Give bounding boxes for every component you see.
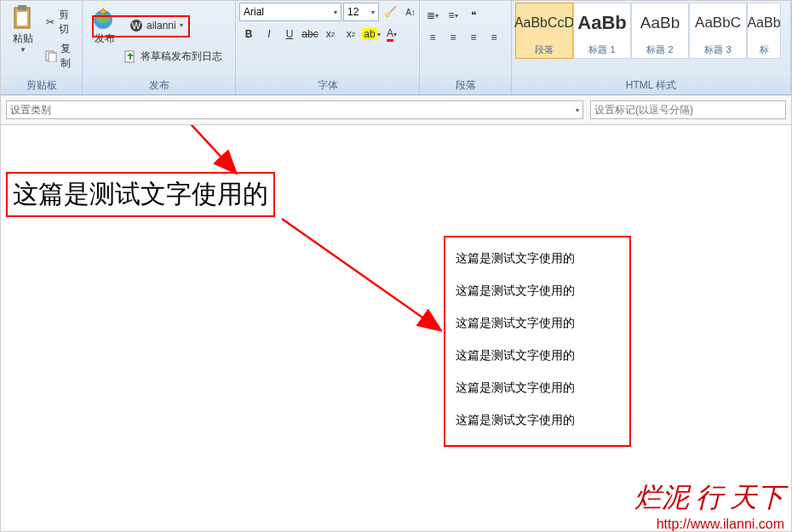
align-left-button[interactable]: ≡ — [423, 28, 442, 47]
list-item: 这篇是测试文字使用的 — [456, 275, 619, 307]
bullets-button[interactable]: ≣▾ — [423, 6, 442, 25]
svg-line-10 — [282, 219, 439, 329]
dropdown-icon: ▾ — [334, 9, 337, 16]
paste-icon — [9, 4, 37, 31]
list-item: 这篇是测试文字使用的 — [456, 404, 619, 437]
superscript-button[interactable]: x2 — [341, 25, 360, 43]
clear-format-button[interactable]: 🧹 — [381, 3, 399, 21]
document-area[interactable]: 这篇是测试文字使用的 这篇是测试文字使用的 这篇是测试文字使用的 这篇是测试文字… — [1, 125, 791, 532]
ribbon: 粘贴 ▼ ✂剪切 复制 剪贴板 发布 W ailanni ▾ — [1, 1, 791, 95]
group-styles-label: HTML 样式 — [512, 77, 790, 94]
font-family-select[interactable]: Arial▾ — [239, 3, 341, 21]
list-item: 这篇是测试文字使用的 — [456, 372, 619, 404]
copy-icon — [45, 49, 57, 63]
svg-rect-2 — [17, 12, 27, 26]
align-left-icon: ≡ — [429, 31, 435, 43]
list-item: 这篇是测试文字使用的 — [456, 340, 619, 372]
draft-icon — [123, 50, 137, 64]
eraser-icon: 🧹 — [384, 6, 397, 18]
align-justify-button[interactable]: ≡ — [485, 28, 503, 47]
bold-button[interactable]: B — [239, 25, 258, 43]
metadata-bar: 设置类别▾ — [1, 95, 791, 125]
text-direction-icon: A↕ — [405, 8, 416, 17]
underline-button[interactable]: U — [280, 25, 299, 43]
font-size-select[interactable]: 12▾ — [343, 3, 379, 21]
list-item: 这篇是测试文字使用的 — [456, 243, 619, 275]
group-paragraph-label: 段落 — [420, 77, 511, 94]
svg-rect-4 — [49, 53, 56, 62]
align-right-button[interactable]: ≡ — [464, 28, 483, 47]
publish-button[interactable]: 发布 — [86, 3, 123, 48]
italic-button[interactable]: I — [260, 25, 278, 43]
style-heading1[interactable]: AaBb标题 1 — [573, 3, 631, 59]
watermark-url: http://www.ilanni.com — [634, 517, 784, 532]
quote-button[interactable]: ❝ — [464, 6, 483, 25]
publish-label: 发布 — [95, 31, 115, 46]
style-heading2[interactable]: AaBb标题 2 — [631, 3, 689, 59]
paste-button[interactable]: 粘贴 ▼ — [4, 3, 42, 55]
dropdown-icon: ▾ — [576, 106, 579, 114]
svg-line-9 — [140, 125, 235, 172]
strike-button[interactable]: abc — [301, 25, 319, 43]
group-font-label: 字体 — [236, 77, 419, 94]
style-heading3[interactable]: AaBbC标题 3 — [689, 3, 747, 59]
svg-rect-1 — [18, 5, 26, 10]
align-right-icon: ≡ — [470, 31, 476, 43]
preview-list: 这篇是测试文字使用的 这篇是测试文字使用的 这篇是测试文字使用的 这篇是测试文字… — [444, 236, 631, 447]
publish-draft-button[interactable]: 将草稿发布到日志 — [120, 48, 226, 66]
bullets-icon: ≣ — [427, 9, 435, 21]
quote-icon: ❝ — [471, 9, 476, 21]
highlight-icon: ab — [362, 28, 376, 40]
style-gallery[interactable]: AaBbCcD段落 AaBb标题 1 AaBb标题 2 AaBbC标题 3 Aa… — [515, 3, 781, 59]
scissors-icon: ✂ — [45, 15, 55, 29]
copy-button[interactable]: 复制 — [42, 40, 78, 72]
watermark-text: 烂泥 行 天下 — [634, 479, 784, 517]
font-color-icon: A — [387, 27, 393, 42]
dropdown-icon: ▾ — [180, 21, 183, 29]
style-paragraph[interactable]: AaBbCcD段落 — [515, 3, 573, 59]
align-center-icon: ≡ — [450, 31, 456, 43]
blog-account-button[interactable]: W ailanni ▾ — [123, 15, 189, 36]
list-item: 这篇是测试文字使用的 — [456, 307, 619, 340]
group-clipboard-label: 剪贴板 — [1, 77, 82, 94]
globe-upload-icon — [91, 4, 118, 31]
cut-button[interactable]: ✂剪切 — [42, 6, 78, 38]
numbering-icon: ≡ — [448, 9, 454, 21]
watermark: 烂泥 行 天下 http://www.ilanni.com — [634, 479, 784, 532]
subscript-button[interactable]: x2 — [321, 25, 340, 43]
dropdown-icon: ▼ — [20, 46, 26, 54]
text-direction-button[interactable]: A↕ — [401, 3, 420, 21]
font-color-button[interactable]: A▾ — [382, 25, 401, 43]
main-test-text: 这篇是测试文字使用的 — [6, 172, 275, 217]
paste-label: 粘贴 — [13, 31, 33, 46]
align-center-button[interactable]: ≡ — [444, 28, 462, 47]
style-heading4[interactable]: AaBb标 — [747, 3, 781, 59]
align-justify-icon: ≡ — [491, 31, 496, 43]
numbering-button[interactable]: ≡▾ — [444, 6, 462, 25]
wordpress-icon: W — [129, 19, 143, 32]
svg-text:W: W — [132, 20, 141, 31]
dropdown-icon: ▾ — [371, 9, 375, 16]
category-select[interactable]: 设置类别▾ — [6, 100, 583, 119]
highlight-button[interactable]: ab▾ — [362, 25, 381, 43]
tags-input[interactable] — [590, 100, 786, 119]
group-publish-label: 发布 — [83, 77, 235, 94]
